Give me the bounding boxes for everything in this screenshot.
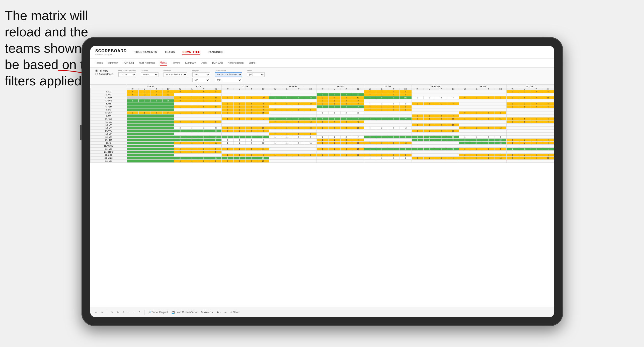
- subnav-matrix2[interactable]: Matrix: [249, 61, 255, 65]
- resize-btn[interactable]: ⇔: [224, 311, 226, 314]
- nav-tournaments[interactable]: TOURNAMENTS: [134, 49, 157, 55]
- stat-cell: 0: [257, 102, 269, 105]
- empty-cell: [269, 124, 316, 127]
- stat-cell: 4: [364, 118, 376, 121]
- stat-cell: 1: [233, 130, 245, 133]
- nav-rankings[interactable]: RANKINGS: [208, 49, 223, 55]
- full-view-radio[interactable]: Full View: [95, 70, 113, 72]
- stat-cell: 1: [471, 148, 483, 151]
- stat-cell: 0: [447, 114, 459, 118]
- stat-cell: 2: [174, 136, 186, 139]
- subnav-h2h-heatmap[interactable]: H2H Heatmap: [139, 61, 155, 65]
- nav-committee[interactable]: COMMITTEE: [182, 49, 200, 55]
- stat-cell: 0: [245, 127, 257, 130]
- col-header-ua: 11. UA: [222, 85, 269, 88]
- zoom-in-btn[interactable]: ⊕: [117, 311, 119, 314]
- table-row: 16. UO2101421014110011002100210111100: [91, 136, 554, 139]
- stat-cell: 0: [174, 121, 186, 124]
- stat-cell: 3: [281, 154, 293, 157]
- green-diagonal-cell: [127, 139, 174, 142]
- stat-cell: 0: [293, 142, 305, 145]
- stat-cell: 0: [316, 99, 328, 102]
- redo-btn[interactable]: ↪: [101, 311, 103, 314]
- col-header-uw: 10. UW: [174, 85, 221, 88]
- subnav-teams[interactable]: Teams: [95, 61, 103, 65]
- stat-cell: 0: [388, 102, 399, 105]
- stat-cell: 23: [352, 148, 364, 151]
- stat-cell: 0: [388, 136, 399, 139]
- col-header-osu: 57. OSU: [507, 85, 554, 88]
- stat-cell: 2: [186, 160, 198, 163]
- view-radio-group: Full View Compact View: [95, 70, 113, 75]
- stat-t-2: T: [198, 88, 210, 90]
- stat-cell: 0: [388, 142, 399, 145]
- stat-cell: 2: [233, 127, 245, 130]
- region-sub-select[interactable]: N/A: [192, 78, 210, 82]
- nav-teams[interactable]: TEAMS: [165, 49, 175, 55]
- team-select[interactable]: (All): [247, 72, 265, 77]
- view-original-btn[interactable]: 🔎 View: Original: [148, 311, 168, 314]
- subnav-h2h-grid2[interactable]: H2H Grid: [212, 61, 223, 65]
- division-select[interactable]: NCAA Division I: [164, 72, 187, 77]
- empty-cell: [316, 90, 364, 93]
- stat-w-8: W: [459, 88, 471, 90]
- stat-cell: 1: [233, 111, 245, 114]
- watch-btn[interactable]: 👁 Watch ▾: [201, 311, 213, 314]
- table-row: 8. UAF01014120001015110110100: [91, 111, 554, 114]
- conference-select[interactable]: Pac-12 Conference: [215, 72, 242, 77]
- empty-cell: [269, 90, 316, 93]
- stat-cell: 0: [198, 151, 210, 154]
- stat-cell: 11: [257, 142, 269, 145]
- empty-cell: [412, 151, 459, 154]
- stat-cell: 1: [423, 136, 435, 139]
- extra-btn[interactable]: ✱ ▾: [217, 311, 221, 314]
- table-row: 6. FSU140350100100001000200: [91, 105, 554, 108]
- stat-cell: 0: [483, 154, 495, 157]
- empty-cell: [507, 124, 554, 127]
- row-header-cell: 11. UA: [91, 121, 127, 124]
- undo-btn[interactable]: ↩: [95, 311, 97, 314]
- stat-cell: 1: [281, 121, 293, 124]
- compact-view-radio[interactable]: Compact View: [95, 73, 113, 75]
- gender-select[interactable]: Men's: [141, 72, 158, 77]
- stat-cell: 4: [388, 148, 399, 151]
- max-teams-select[interactable]: Top 25: [118, 72, 136, 77]
- stat-cell: 0: [542, 105, 554, 108]
- stat-cell: 1: [423, 130, 435, 133]
- stat-cell: 0: [222, 160, 233, 163]
- subnav-summary[interactable]: Summary: [108, 61, 118, 65]
- subnav-matrix[interactable]: Matrix: [160, 60, 167, 66]
- zoom-out-btn[interactable]: ⊖: [122, 311, 124, 314]
- table-row: 3. ASU0408005012020048020526001600000020…: [91, 96, 554, 99]
- reset-btn[interactable]: ⊙: [111, 311, 113, 314]
- minus-btn[interactable]: −: [133, 311, 135, 314]
- stat-cell: 1: [186, 136, 198, 139]
- stat-cell: 0: [459, 111, 471, 114]
- stat-cell: 0: [340, 99, 352, 102]
- empty-cell: [364, 124, 412, 127]
- stat-cell: 0: [388, 96, 399, 99]
- subnav-summary2[interactable]: Summary: [185, 61, 196, 65]
- empty-cell: [174, 108, 221, 111]
- stat-cell: 1: [222, 118, 233, 121]
- table-row: 11. UA010001018340400300: [91, 121, 554, 124]
- add-btn[interactable]: +: [128, 311, 130, 314]
- empty-cell: [459, 114, 506, 118]
- stat-cell: 0: [316, 148, 328, 151]
- stat-cell: 1: [316, 154, 328, 157]
- stat-cell: 0: [483, 111, 495, 114]
- share-btn[interactable]: ⇗ Share: [230, 311, 240, 314]
- save-custom-btn[interactable]: 💾 Save Custom View: [172, 311, 197, 314]
- empty-cell: [507, 136, 554, 139]
- matrix-container[interactable]: 3. ASU 10. UW 11. UA 22. UCB 24. UO 27. …: [90, 85, 554, 311]
- stat-cell: 0: [340, 142, 352, 145]
- conference-sub-select[interactable]: (All): [215, 78, 242, 82]
- subnav-h2h-grid[interactable]: H2H Grid: [123, 61, 134, 65]
- region-select[interactable]: N/A: [192, 72, 210, 77]
- refresh-btn[interactable]: ⟳: [139, 311, 141, 314]
- subnav-h2h-heatmap2[interactable]: H2H Heatmap: [228, 61, 244, 65]
- empty-cell: [316, 151, 364, 154]
- stat-cell: 36: [162, 99, 174, 102]
- subnav-detail[interactable]: Detail: [201, 61, 207, 65]
- subnav-players[interactable]: Players: [172, 61, 180, 65]
